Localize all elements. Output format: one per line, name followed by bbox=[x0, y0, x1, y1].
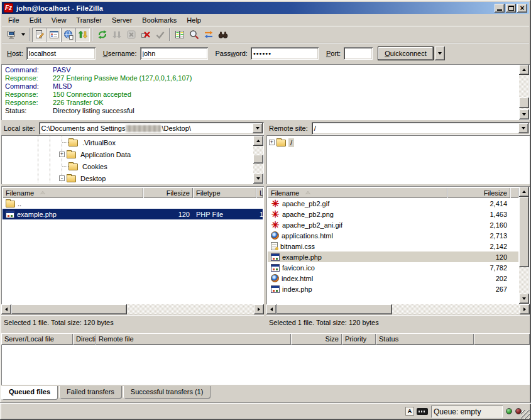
tree-expand-toggle[interactable]: + bbox=[59, 152, 65, 157]
port-input[interactable] bbox=[344, 47, 373, 60]
column-header-server-local-file[interactable]: Server/Local file bbox=[1, 333, 73, 345]
scroll-left-button[interactable] bbox=[1, 304, 11, 314]
column-header-filename[interactable]: Filename bbox=[268, 187, 447, 198]
quickconnect-button[interactable]: Quickconnect bbox=[378, 47, 434, 60]
maximize-button[interactable] bbox=[506, 4, 516, 13]
local-horizontal-scrollbar[interactable] bbox=[1, 304, 264, 314]
remote-horizontal-scrollbar[interactable] bbox=[266, 304, 530, 314]
refresh-button[interactable] bbox=[95, 28, 109, 42]
close-button[interactable]: × bbox=[517, 4, 527, 13]
sort-ascending-icon bbox=[40, 191, 45, 194]
minimize-button[interactable] bbox=[495, 4, 505, 13]
scroll-up-button[interactable] bbox=[253, 136, 263, 146]
transfer-type-indicator-icon[interactable]: A bbox=[405, 407, 414, 416]
remote-site-combobox[interactable]: / bbox=[312, 122, 530, 135]
log-vertical-scrollbar[interactable] bbox=[519, 65, 529, 119]
find-files-button[interactable] bbox=[216, 28, 230, 42]
cancel-operation-button[interactable] bbox=[124, 28, 138, 42]
scroll-up-button[interactable] bbox=[519, 187, 529, 197]
filter-button[interactable] bbox=[187, 28, 201, 42]
tree-expand-toggle[interactable]: + bbox=[269, 140, 275, 145]
scroll-right-button[interactable] bbox=[520, 304, 530, 314]
process-queue-button[interactable] bbox=[109, 28, 124, 42]
list-item[interactable]: ✳apache_pb2.png 1,463 bbox=[268, 209, 518, 219]
tab-queued-files[interactable]: Queued files bbox=[1, 386, 58, 400]
tree-item-virtualbox[interactable]: .VirtualBox bbox=[3, 136, 253, 148]
list-item[interactable]: favicon.ico 7,782 bbox=[268, 262, 518, 273]
scroll-down-button[interactable] bbox=[253, 174, 263, 184]
password-input[interactable] bbox=[251, 47, 319, 60]
list-item[interactable]: applications.html 2,713 bbox=[268, 230, 518, 241]
menu-transfer[interactable]: Transfer bbox=[71, 15, 107, 25]
list-item-parent-directory[interactable]: .. bbox=[3, 198, 263, 209]
local-site-combobox[interactable]: C:\Documents and Settings\Desktop\ bbox=[39, 122, 264, 135]
column-header-remote-file[interactable]: Remote file bbox=[96, 333, 291, 345]
scroll-down-button[interactable] bbox=[519, 294, 529, 304]
menu-edit[interactable]: Edit bbox=[25, 15, 47, 25]
local-site-dropdown[interactable] bbox=[253, 123, 263, 133]
column-header-filesize[interactable]: Filesize bbox=[143, 187, 193, 198]
list-item-example-php[interactable]: example.php 120 PHP File 1 bbox=[3, 209, 263, 219]
column-header-filetype[interactable]: Filetype bbox=[193, 187, 256, 198]
scroll-down-button[interactable] bbox=[519, 109, 529, 119]
column-header-size[interactable]: Size bbox=[291, 333, 342, 345]
scroll-thumb[interactable] bbox=[253, 155, 263, 163]
toggle-remote-tree-button[interactable] bbox=[61, 28, 75, 42]
toggle-transfer-queue-button[interactable] bbox=[75, 28, 90, 42]
scroll-thumb[interactable] bbox=[519, 97, 529, 108]
resize-grip[interactable] bbox=[521, 410, 530, 419]
title-bar[interactable]: Fz john@localhost - FileZilla × bbox=[2, 2, 529, 14]
directory-comparison-button[interactable] bbox=[172, 28, 187, 42]
menu-help[interactable]: Help bbox=[182, 15, 206, 25]
username-input[interactable] bbox=[140, 47, 208, 60]
remote-list-vertical-scrollbar[interactable] bbox=[519, 187, 529, 304]
tab-successful-transfers[interactable]: Successful transfers (1) bbox=[123, 386, 211, 399]
column-header-direction[interactable]: Directi... bbox=[73, 333, 96, 345]
tree-collapse-toggle[interactable]: - bbox=[59, 175, 65, 181]
column-header-priority[interactable]: Priority bbox=[342, 333, 376, 345]
disconnect-button[interactable] bbox=[138, 28, 153, 42]
toggle-message-log-button[interactable] bbox=[32, 28, 47, 42]
menu-file[interactable]: File bbox=[3, 15, 25, 25]
list-item[interactable]: index.html 202 bbox=[268, 273, 518, 284]
remote-site-dropdown[interactable] bbox=[518, 123, 528, 133]
list-item[interactable]: ✳apache_pb2.gif 2,414 bbox=[268, 198, 518, 209]
tree-item-desktop[interactable]: - Desktop bbox=[3, 172, 253, 183]
scroll-up-button[interactable] bbox=[519, 65, 529, 75]
column-header-status[interactable]: Status bbox=[376, 333, 474, 345]
tree-item-label[interactable]: / bbox=[288, 138, 294, 147]
tree-item-label[interactable]: Application Data bbox=[79, 150, 133, 159]
list-item[interactable]: ✳apache_pb2_ani.gif 2,160 bbox=[268, 219, 518, 230]
synchronized-browsing-button[interactable] bbox=[201, 28, 216, 42]
tree-item-application-data[interactable]: + Application Data bbox=[3, 148, 253, 160]
reconnect-button[interactable] bbox=[153, 28, 167, 42]
menu-view[interactable]: View bbox=[47, 15, 72, 25]
site-manager-dropdown[interactable] bbox=[19, 28, 27, 42]
scroll-thumb[interactable] bbox=[276, 304, 392, 314]
host-input[interactable] bbox=[26, 47, 96, 60]
tree-item-label[interactable]: .VirtualBox bbox=[80, 138, 118, 147]
quickconnect-dropdown[interactable] bbox=[435, 47, 445, 60]
list-item[interactable]: bitnami.css 2,142 bbox=[268, 241, 518, 251]
speed-limit-indicator-icon[interactable] bbox=[417, 408, 428, 415]
message-log-icon bbox=[35, 30, 45, 40]
tree-item-label[interactable]: Desktop bbox=[79, 174, 107, 183]
tree-item-label[interactable]: Cookies bbox=[80, 162, 109, 171]
toggle-local-tree-button[interactable] bbox=[47, 28, 61, 42]
column-header-filesize[interactable]: Filesize bbox=[447, 187, 510, 198]
menu-server[interactable]: Server bbox=[107, 15, 137, 25]
list-item-example-php[interactable]: example.php 120 bbox=[268, 251, 518, 262]
scroll-thumb[interactable] bbox=[519, 197, 529, 267]
tree-item-root[interactable]: + / bbox=[268, 136, 518, 148]
scroll-left-button[interactable] bbox=[266, 304, 276, 314]
tree-item-cookies[interactable]: Cookies bbox=[3, 160, 253, 172]
column-header-last-modified[interactable]: L bbox=[256, 187, 263, 198]
scroll-right-button[interactable] bbox=[254, 304, 264, 314]
column-header-filename[interactable]: Filename bbox=[3, 187, 143, 198]
menu-bookmarks[interactable]: Bookmarks bbox=[137, 15, 182, 25]
scroll-thumb[interactable] bbox=[11, 304, 127, 314]
list-item[interactable]: index.php 267 bbox=[268, 284, 518, 294]
site-manager-button[interactable] bbox=[4, 28, 19, 42]
tab-failed-transfers[interactable]: Failed transfers bbox=[59, 386, 122, 399]
local-tree-vertical-scrollbar[interactable] bbox=[253, 136, 263, 184]
